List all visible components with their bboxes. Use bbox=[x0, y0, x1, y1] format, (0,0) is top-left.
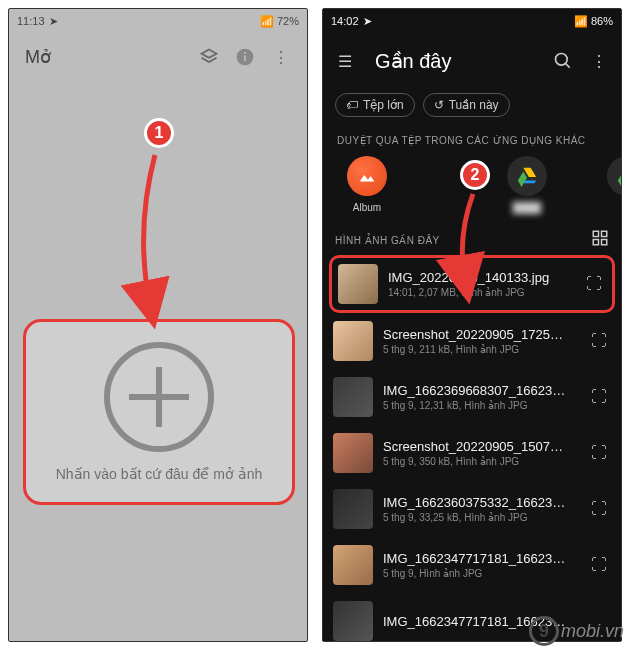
annotation-badge-2: 2 bbox=[460, 160, 490, 190]
file-thumbnail bbox=[333, 377, 373, 417]
file-meta: 5 thg 9, Hình ảnh JPG bbox=[383, 568, 577, 579]
right-screenshot: 14:02 ➤ 📶 86% ☰ Gần đây ⋮ 🏷 Tệp lớn ↺ Tu… bbox=[322, 8, 622, 642]
toolbar: Mở ⋮ bbox=[9, 33, 307, 81]
app-drive[interactable]: ████ bbox=[491, 156, 563, 213]
filter-chips: 🏷 Tệp lớn ↺ Tuần này bbox=[323, 89, 621, 127]
file-thumbnail bbox=[333, 601, 373, 641]
search-icon[interactable] bbox=[545, 43, 581, 79]
annotation-arrow-2 bbox=[445, 192, 495, 296]
toolbar: ☰ Gần đây ⋮ bbox=[323, 33, 621, 89]
file-meta: 5 thg 9, 350 kB, Hình ảnh JPG bbox=[383, 456, 577, 467]
layers-icon[interactable] bbox=[191, 39, 227, 75]
file-meta: 5 thg 9, 211 kB, Hình ảnh JPG bbox=[383, 344, 577, 355]
app-drive[interactable] bbox=[591, 156, 621, 213]
svg-point-2 bbox=[244, 52, 246, 54]
menu-icon[interactable]: ☰ bbox=[327, 43, 363, 79]
status-bar: 14:02 ➤ 📶 86% bbox=[323, 9, 621, 33]
status-bar: 11:13 ➤ 📶 72% bbox=[9, 9, 307, 33]
file-thumbnail bbox=[333, 545, 373, 585]
page-title: Gần đây bbox=[375, 49, 545, 73]
drive-icon bbox=[607, 156, 621, 196]
status-time: 11:13 bbox=[17, 15, 45, 27]
recent-images-label: HÌNH ẢNH GẦN ĐÂY bbox=[335, 235, 440, 246]
svg-rect-5 bbox=[593, 231, 598, 236]
svg-rect-7 bbox=[593, 240, 598, 245]
svg-point-3 bbox=[556, 54, 568, 66]
plus-icon bbox=[104, 342, 214, 452]
info-icon[interactable] bbox=[227, 39, 263, 75]
svg-line-4 bbox=[566, 64, 570, 68]
expand-icon[interactable]: ⛶ bbox=[587, 332, 611, 350]
battery-text: 72% bbox=[277, 15, 299, 27]
file-thumbnail bbox=[333, 433, 373, 473]
status-time: 14:02 bbox=[331, 15, 359, 27]
file-meta: 5 thg 9, 33,25 kB, Hình ảnh JPG bbox=[383, 512, 577, 523]
file-meta: 5 thg 9, 12,31 kB, Hình ảnh JPG bbox=[383, 400, 577, 411]
signal-icon: 📶 bbox=[574, 15, 588, 28]
file-row[interactable]: Screenshot_20220905_1725… 5 thg 9, 211 k… bbox=[323, 313, 621, 369]
expand-icon[interactable]: ⛶ bbox=[587, 556, 611, 574]
svg-rect-8 bbox=[602, 240, 607, 245]
more-icon[interactable]: ⋮ bbox=[581, 43, 617, 79]
browse-apps-label: DUYỆT QUA TỆP TRONG CÁC ỨNG DỤNG KHÁC bbox=[323, 127, 621, 152]
file-name: Screenshot_20220905_1725… bbox=[383, 327, 577, 342]
file-name: IMG_1662369668307_16623… bbox=[383, 383, 577, 398]
chip-large-files[interactable]: 🏷 Tệp lớn bbox=[335, 93, 415, 117]
file-row[interactable]: Screenshot_20220905_1507… 5 thg 9, 350 k… bbox=[323, 425, 621, 481]
send-icon: ➤ bbox=[49, 15, 58, 28]
tag-icon: 🏷 bbox=[346, 98, 358, 112]
file-name: IMG_1662360375332_16623… bbox=[383, 495, 577, 510]
open-image-button[interactable]: Nhấn vào bất cứ đâu để mở ảnh bbox=[23, 319, 295, 505]
more-icon[interactable]: ⋮ bbox=[263, 39, 299, 75]
expand-icon[interactable]: ⛶ bbox=[587, 444, 611, 462]
svg-rect-6 bbox=[602, 231, 607, 236]
annotation-arrow-1 bbox=[120, 150, 180, 324]
left-screenshot: 11:13 ➤ 📶 72% Mở ⋮ Nhấn vào bất cứ đâu đ… bbox=[8, 8, 308, 642]
file-row[interactable]: IMG_1662347717181_16623… 5 thg 9, Hình ả… bbox=[323, 537, 621, 593]
app-album[interactable]: Album bbox=[331, 156, 403, 213]
file-thumbnail bbox=[333, 489, 373, 529]
app-title: Mở bbox=[25, 46, 191, 68]
album-icon bbox=[347, 156, 387, 196]
file-thumbnail bbox=[333, 321, 373, 361]
file-thumbnail bbox=[338, 264, 378, 304]
file-row[interactable]: IMG_1662360375332_16623… 5 thg 9, 33,25 … bbox=[323, 481, 621, 537]
file-name: IMG_1662347717181_16623… bbox=[383, 551, 577, 566]
annotation-badge-1: 1 bbox=[144, 118, 174, 148]
battery-text: 86% bbox=[591, 15, 613, 27]
history-icon: ↺ bbox=[434, 98, 444, 112]
watermark: 9 mobi.vn bbox=[529, 616, 624, 646]
signal-icon: 📶 bbox=[260, 15, 274, 28]
file-name: Screenshot_20220905_1507… bbox=[383, 439, 577, 454]
file-row[interactable]: IMG_1662369668307_16623… 5 thg 9, 12,31 … bbox=[323, 369, 621, 425]
expand-icon[interactable]: ⛶ bbox=[587, 388, 611, 406]
grid-view-icon[interactable] bbox=[591, 229, 609, 251]
open-hint-text: Nhấn vào bất cứ đâu để mở ảnh bbox=[56, 466, 263, 482]
send-icon: ➤ bbox=[363, 15, 372, 28]
expand-icon[interactable]: ⛶ bbox=[587, 500, 611, 518]
chip-this-week[interactable]: ↺ Tuần này bbox=[423, 93, 510, 117]
expand-icon[interactable]: ⛶ bbox=[582, 275, 606, 293]
drive-icon bbox=[507, 156, 547, 196]
svg-rect-1 bbox=[244, 55, 246, 61]
